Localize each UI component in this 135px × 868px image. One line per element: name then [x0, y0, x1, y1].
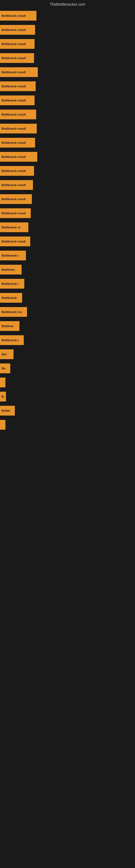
bottleneck-bar[interactable]	[0, 378, 5, 388]
bottleneck-bar[interactable]: Bottleneck result	[0, 124, 37, 133]
bar-label: Bottleneck result	[2, 14, 26, 18]
bar-label: Bottleneck result	[2, 113, 26, 116]
bottleneck-bar[interactable]: Bottleneck result	[0, 82, 36, 91]
bar-row	[0, 474, 135, 488]
bar-row: Bottleneck re	[0, 220, 135, 235]
bar-row	[0, 517, 135, 531]
bottleneck-bar[interactable]: Bottleneck result	[0, 25, 35, 35]
bar-row: Bottleneck result	[0, 9, 135, 23]
bar-row	[0, 446, 135, 460]
bar-label: Bottleneck re	[2, 226, 20, 229]
bar-row: Bottleneck result	[0, 51, 135, 65]
bar-label: Bottleneck result	[2, 240, 26, 243]
bar-row	[0, 502, 135, 517]
bar-row	[0, 460, 135, 474]
bars-container: Bottleneck resultBottleneck resultBottle…	[0, 9, 135, 545]
bar-row: Bottleneck result	[0, 79, 135, 93]
bar-label: Bot	[2, 352, 6, 356]
bar-row: Bottleneck r	[0, 333, 135, 347]
bottleneck-bar[interactable]: Bottle	[0, 406, 15, 415]
bar-row: Bottleneck result	[0, 37, 135, 51]
bar-row: Bottleneck result	[0, 93, 135, 107]
bar-label: Bottleneck r	[2, 254, 19, 257]
bottleneck-bar[interactable]: Bottleneck result	[0, 194, 32, 204]
bottleneck-bar[interactable]: B	[0, 392, 6, 401]
bottleneck-bar[interactable]: Bo	[0, 364, 10, 373]
bar-row: Bottleneck result	[0, 122, 135, 135]
bar-label: Bottleneck result	[2, 42, 26, 45]
bar-row: Bottlene	[0, 319, 135, 333]
bar-row: Bot	[0, 347, 135, 361]
bottleneck-bar[interactable]: Bottleneck result	[0, 166, 34, 176]
bar-label: Bottle	[2, 409, 10, 412]
bar-row: Bottleneck result	[0, 150, 135, 164]
bar-label: Bottlene	[2, 324, 13, 328]
bar-label: Bottleneck r	[2, 339, 19, 342]
bar-label: Bottleneck result	[2, 197, 26, 201]
bar-row: Bottleneck result	[0, 65, 135, 79]
bar-row: Bottle	[0, 404, 135, 418]
bottleneck-bar[interactable]: Bottleneck result	[0, 39, 35, 49]
bottleneck-bar[interactable]: Bottleneck r	[0, 279, 24, 289]
bar-row	[0, 488, 135, 502]
bar-label: Bottleneck result	[2, 56, 26, 60]
bottleneck-bar[interactable]: Bot	[0, 349, 13, 359]
bar-row: Bottleneck r	[0, 277, 135, 291]
bar-row	[0, 375, 135, 390]
site-title: TheBottlenecker.com	[0, 0, 135, 9]
bar-label: Bottleneck result	[2, 28, 26, 31]
bar-label: Bo	[2, 367, 6, 370]
bar-label: Bottleneck	[2, 296, 17, 300]
bar-row	[0, 418, 135, 432]
bottleneck-bar[interactable]: Bottleneck re	[0, 222, 28, 232]
bar-row: Bottleneck result	[0, 206, 135, 220]
bottleneck-bar[interactable]: Bottleneck result	[0, 237, 30, 246]
bar-row: Bottleneck	[0, 291, 135, 305]
bar-label: Bottleneck result	[2, 212, 26, 215]
bar-label: Bottleneck result	[2, 169, 26, 173]
bar-row	[0, 432, 135, 446]
bar-label: Bottleneck result	[2, 85, 26, 88]
bottleneck-bar[interactable]: Bottleneck result	[0, 152, 37, 162]
bar-row: Bottleneck result	[0, 23, 135, 37]
bottleneck-bar[interactable]: Bottleneck result	[0, 53, 34, 63]
bottleneck-bar[interactable]: Bottleneck result	[0, 110, 36, 119]
bottleneck-bar[interactable]: Bottleneck result	[0, 95, 35, 105]
bottleneck-bar[interactable]: Bottleneck result	[0, 180, 33, 190]
bottleneck-bar[interactable]: Bottleneck result	[0, 11, 37, 21]
bar-label: Bottleneck result	[2, 127, 26, 130]
bar-row: B	[0, 390, 135, 404]
bottleneck-bar[interactable]: Bottleneck r	[0, 251, 26, 260]
bottleneck-bar[interactable]: Bottlenec	[0, 265, 21, 275]
bottleneck-bar[interactable]: Bottleneck result	[0, 208, 31, 218]
bottleneck-bar[interactable]	[0, 420, 5, 430]
bar-row: Bottleneck r	[0, 248, 135, 262]
bar-row: Bottleneck result	[0, 135, 135, 150]
bar-label: Bottleneck result	[2, 183, 26, 187]
bar-label: Bottlenec	[2, 268, 15, 271]
bar-label: Bottleneck result	[2, 70, 26, 74]
bar-label: Bottleneck res	[2, 310, 22, 314]
bar-row: Bottleneck result	[0, 164, 135, 178]
bar-label: Bottleneck r	[2, 282, 19, 285]
bar-row: Bottleneck result	[0, 178, 135, 192]
bar-label: B	[2, 395, 4, 398]
bottleneck-bar[interactable]: Bottleneck result	[0, 138, 35, 148]
bottleneck-bar[interactable]: Bottleneck r	[0, 335, 24, 345]
bottleneck-bar[interactable]: Bottleneck	[0, 293, 22, 303]
bar-row: Bottleneck result	[0, 192, 135, 206]
bar-label: Bottleneck result	[2, 155, 26, 158]
bottleneck-bar[interactable]: Bottleneck result	[0, 67, 38, 77]
bar-label: Bottleneck result	[2, 99, 26, 102]
bottleneck-bar[interactable]: Bottleneck res	[0, 307, 27, 317]
bottleneck-bar[interactable]: Bottlene	[0, 321, 19, 331]
bar-row: Bottleneck result	[0, 235, 135, 248]
bar-row: Bottleneck res	[0, 305, 135, 319]
bar-row: Bottlenec	[0, 262, 135, 277]
bar-row: Bottleneck result	[0, 107, 135, 122]
bar-row: Bo	[0, 361, 135, 375]
bar-label: Bottleneck result	[2, 141, 26, 144]
bar-row	[0, 531, 135, 545]
